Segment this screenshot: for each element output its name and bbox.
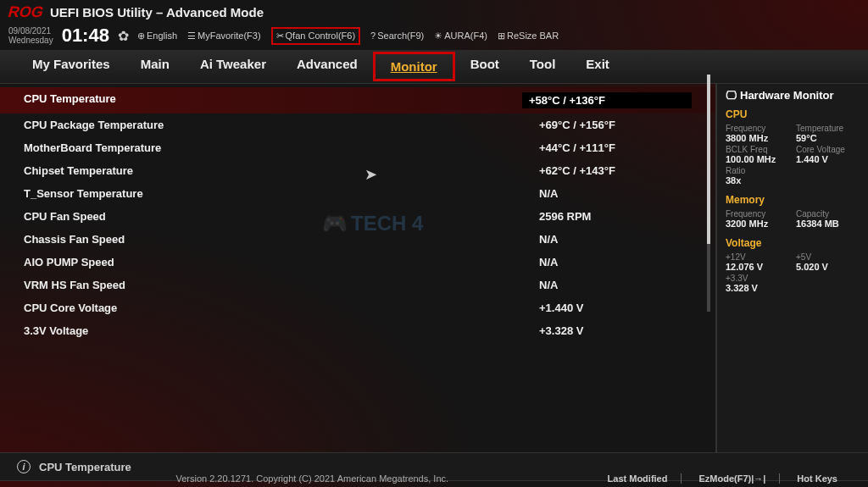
language-button[interactable]: ⊕ English	[137, 30, 177, 42]
tab-my-favorites[interactable]: My Favorites	[17, 52, 125, 81]
setting-value: N/A	[488, 256, 692, 268]
setting-row[interactable]: Chassis Fan SpeedN/A	[0, 228, 715, 251]
voltage-section-title: Voltage	[726, 237, 860, 249]
last-modified-button[interactable]: Last Modified	[608, 473, 682, 484]
setting-row[interactable]: Chipset Temperature+62°C / +143°F	[0, 159, 715, 182]
time-display: 01:48	[62, 25, 109, 47]
setting-label: VRM HS Fan Speed	[24, 279, 125, 291]
datetime-toolbar: 09/08/2021 Wednesday 01:48 ✿ ⊕ English ☰…	[0, 25, 868, 50]
settings-list: CPU Temperature+58°C / +136°FCPU Package…	[0, 84, 715, 452]
setting-row[interactable]: T_Sensor TemperatureN/A	[0, 182, 715, 205]
cpu-temp-value: 59°C	[796, 133, 860, 143]
ratio-value: 38x	[726, 175, 789, 185]
setting-value: +44°C / +111°F	[488, 141, 692, 154]
cpu-freq-value: 3800 MHz	[726, 133, 789, 143]
setting-row[interactable]: 3.3V Voltage+3.328 V	[0, 319, 715, 342]
setting-label: CPU Core Voltage	[24, 302, 117, 314]
bios-title: UEFI BIOS Utility – Advanced Mode	[50, 5, 264, 19]
hardware-monitor-panel: 🖵 Hardware Monitor CPU Frequency3800 MHz…	[715, 84, 868, 452]
setting-label: CPU Fan Speed	[24, 210, 106, 223]
setting-value: +1.440 V	[488, 302, 692, 314]
tab-main[interactable]: Main	[125, 52, 185, 81]
cpu-temp-label: Temperature	[796, 124, 860, 133]
setting-value: 2596 RPM	[488, 210, 692, 223]
mem-cap-label: Capacity	[796, 209, 860, 219]
date-label: 09/08/2021	[8, 26, 53, 36]
tab-monitor[interactable]: Monitor	[373, 52, 455, 81]
setting-value: +69°C / +156°F	[488, 119, 692, 131]
aura-button[interactable]: ☀ AURA(F4)	[434, 30, 487, 42]
v5-label: +5V	[796, 252, 860, 262]
setting-label: AIO PUMP Speed	[24, 256, 114, 268]
ezmode-button[interactable]: EzMode(F7)|→|	[698, 473, 780, 484]
memory-section-title: Memory	[726, 194, 860, 206]
setting-row[interactable]: CPU Temperature+58°C / +136°F	[0, 87, 715, 113]
search-button[interactable]: ? Search(F9)	[370, 30, 424, 41]
setting-label: Chipset Temperature	[24, 164, 133, 177]
setting-label: MotherBoard Temperature	[24, 141, 161, 154]
qfan-control-button[interactable]: ✂ Qfan Control(F6)	[271, 27, 361, 45]
hotkeys-button[interactable]: Hot Keys	[797, 473, 851, 484]
setting-value: N/A	[488, 233, 692, 246]
cpu-freq-label: Frequency	[726, 124, 789, 133]
mem-cap-value: 16384 MB	[796, 219, 860, 229]
v12-label: +12V	[726, 252, 789, 262]
tab-advanced[interactable]: Advanced	[281, 52, 373, 81]
mem-freq-label: Frequency	[726, 209, 789, 219]
setting-value: +62°C / +143°F	[488, 164, 692, 177]
setting-row[interactable]: MotherBoard Temperature+44°C / +111°F	[0, 136, 715, 159]
setting-row[interactable]: AIO PUMP SpeedN/A	[0, 251, 715, 274]
bclk-label: BCLK Freq	[726, 145, 789, 154]
core-voltage-label: Core Voltage	[796, 145, 860, 154]
scrollbar[interactable]	[707, 84, 710, 312]
tab-exit[interactable]: Exit	[570, 52, 625, 81]
setting-label: T_Sensor Temperature	[24, 187, 143, 200]
myfavorite-button[interactable]: ☰ MyFavorite(F3)	[187, 30, 261, 42]
setting-label: CPU Package Temperature	[24, 119, 164, 131]
header-bar: ROG UEFI BIOS Utility – Advanced Mode	[0, 0, 868, 25]
ratio-label: Ratio	[726, 166, 789, 175]
setting-value: +58°C / +136°F	[522, 92, 692, 108]
v33-value: 3.328 V	[726, 283, 789, 293]
v33-label: +3.3V	[726, 274, 789, 283]
setting-label: CPU Temperature	[24, 92, 116, 108]
mem-freq-value: 3200 MHz	[726, 219, 789, 229]
setting-row[interactable]: VRM HS Fan SpeedN/A	[0, 274, 715, 296]
footer: Version 2.20.1271. Copyright (C) 2021 Am…	[0, 470, 868, 487]
setting-label: Chassis Fan Speed	[24, 233, 125, 246]
setting-row[interactable]: CPU Fan Speed2596 RPM	[0, 205, 715, 228]
v12-value: 12.076 V	[726, 262, 789, 272]
monitor-icon: 🖵	[726, 89, 737, 102]
day-label: Wednesday	[8, 36, 53, 45]
core-voltage-value: 1.440 V	[796, 154, 860, 164]
setting-label: 3.3V Voltage	[24, 324, 88, 337]
setting-value: N/A	[488, 187, 692, 200]
nav-tabs: My Favorites Main Ai Tweaker Advanced Mo…	[0, 50, 868, 84]
bclk-value: 100.00 MHz	[726, 154, 789, 164]
setting-row[interactable]: CPU Package Temperature+69°C / +156°F	[0, 113, 715, 136]
setting-row[interactable]: CPU Core Voltage+1.440 V	[0, 296, 715, 319]
sidebar-title: 🖵 Hardware Monitor	[726, 89, 860, 102]
tab-ai-tweaker[interactable]: Ai Tweaker	[185, 52, 281, 81]
tab-tool[interactable]: Tool	[515, 52, 571, 81]
settings-gear-icon[interactable]: ✿	[118, 28, 129, 44]
tab-boot[interactable]: Boot	[455, 52, 515, 81]
cpu-section-title: CPU	[726, 108, 860, 120]
v5-value: 5.020 V	[796, 262, 860, 272]
rog-logo: ROG	[6, 3, 46, 21]
setting-value: N/A	[488, 279, 692, 291]
copyright: Version 2.20.1271. Copyright (C) 2021 Am…	[17, 473, 608, 484]
setting-value: +3.328 V	[488, 324, 692, 337]
resize-bar-button[interactable]: ⊞ ReSize BAR	[498, 30, 559, 42]
